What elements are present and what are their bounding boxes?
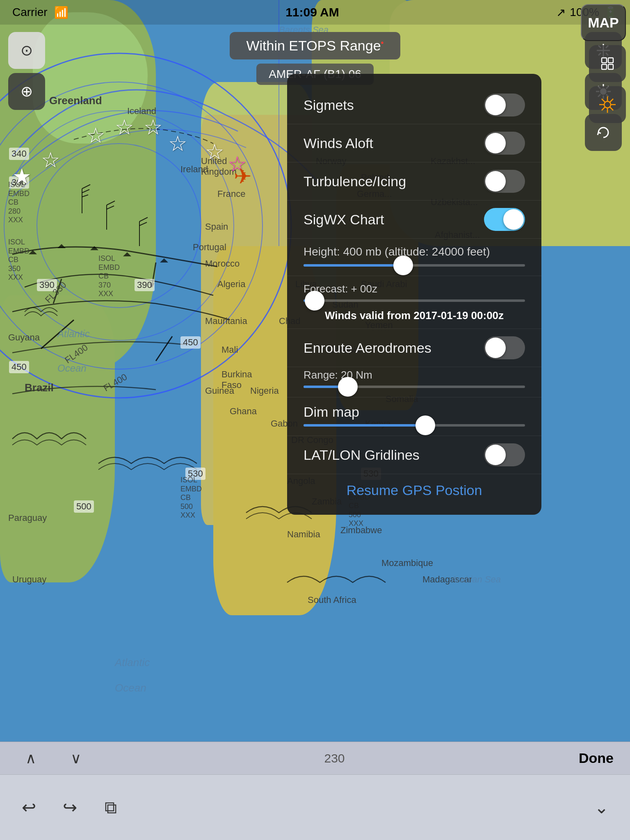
brazil-label: Brazil <box>25 381 54 394</box>
ocean-label-2: AtlanticOcean <box>115 656 150 694</box>
svg-rect-37 <box>602 64 607 69</box>
toolbar-chevron-icon[interactable]: ⌄ <box>585 791 618 824</box>
range-label: Range: 20 Nm <box>304 369 525 381</box>
isol-2: ISOLEMBDCB350XXX <box>8 238 30 282</box>
waypoint-star-filled: ★ <box>12 164 32 189</box>
namibia-label: Namibia <box>287 529 320 540</box>
status-bar: Carrier 📶 11:09 AM ↗ 100% 🔋 <box>0 0 630 25</box>
airplane-on-map: ✈ <box>234 164 252 189</box>
status-left: Carrier 📶 <box>12 6 68 19</box>
mali-label: Mali <box>221 345 238 355</box>
portugal-label: Portugal <box>193 242 226 253</box>
latlon-label: LAT/LON Gridlines <box>304 447 420 463</box>
winds-valid-text: Winds valid from 2017-01-19 00:00z <box>304 304 525 322</box>
etops-title: Within ETOPS Range <box>246 38 381 53</box>
bottom-navigation-bar: ∧ ∨ 230 Done <box>0 742 630 774</box>
paraguay-label: Paraguay <box>8 513 47 523</box>
algeria-label: Algeria <box>217 279 245 290</box>
height-slider-track[interactable] <box>304 264 525 267</box>
dim-map-section: Dim map <box>287 397 541 436</box>
forecast-section: Forecast: + 00z Winds valid from 2017-01… <box>287 276 541 329</box>
alt-450-2: 450 <box>180 336 201 349</box>
dashboard-button[interactable]: ⊙ <box>8 32 45 69</box>
svg-rect-36 <box>608 58 613 63</box>
guinea-label: Guinea <box>205 386 234 396</box>
france-label: France <box>217 189 245 199</box>
layer-settings-panel: Sigmets Winds Aloft Turbulence/Icing Sig… <box>287 74 541 515</box>
sigmets-row: Sigmets <box>287 86 541 124</box>
southafrica-label: South Africa <box>308 595 356 605</box>
sigwx-row: SigWX Chart <box>287 201 541 239</box>
sigwx-label: SigWX Chart <box>304 212 384 228</box>
turbulence-toggle[interactable] <box>484 170 525 193</box>
waypoint-star-5: ☆ <box>168 131 187 156</box>
alt-500: 500 <box>74 500 94 513</box>
svg-rect-35 <box>602 58 607 63</box>
isol-3: ISOLEMBDCB370XXX <box>98 254 120 299</box>
winds-aloft-toggle[interactable] <box>484 132 525 155</box>
alt-340: 340 <box>9 148 29 160</box>
mauritania-label: Mauritania <box>205 316 247 326</box>
uruguay-label: Uruguay <box>12 574 46 585</box>
greenland-label: Greenland <box>49 94 102 107</box>
turbulence-label: Turbulence/Icing <box>304 173 406 189</box>
winds-aloft-row: Winds Aloft <box>287 124 541 162</box>
alt-390-2: 390 <box>135 279 155 291</box>
etops-badge[interactable]: Within ETOPS Range• <box>230 32 400 59</box>
waypoint-star-1: ☆ <box>41 148 60 172</box>
enroute-range-section: Range: 20 Nm <box>287 369 541 397</box>
copy-button[interactable]: ⧉ <box>94 791 127 824</box>
location-arrow-icon: ↗ <box>556 6 566 19</box>
latlon-row: LAT/LON Gridlines <box>287 436 541 474</box>
range-slider-track[interactable] <box>304 386 525 388</box>
height-section: Height: 400 mb (altitude: 24000 feet) <box>287 239 541 276</box>
enroute-toggle[interactable] <box>484 336 525 359</box>
map-button[interactable]: MAP <box>581 4 626 41</box>
spain-label: Spain <box>205 221 228 232</box>
compass-button[interactable]: ⊕ <box>8 73 45 110</box>
enroute-label: Enroute Aerodromes <box>304 340 431 356</box>
ocean-label: AtlanticOcean <box>57 328 90 374</box>
mozambique-label: Mozambique <box>381 558 433 568</box>
nigeria-label: Nigeria <box>250 386 279 396</box>
ghana-label: Ghana <box>230 406 257 417</box>
sigmets-toggle[interactable] <box>484 94 525 116</box>
sigmets-label: Sigmets <box>304 97 354 113</box>
toolbar: ↩ ↪ ⧉ ⌄ <box>0 774 630 840</box>
scroll-down-button[interactable]: ∨ <box>62 746 90 771</box>
forecast-slider-track[interactable] <box>304 299 525 302</box>
sigwx-toggle[interactable] <box>484 208 525 231</box>
isol-4: ISOLEMBDCB500XXX <box>180 476 202 520</box>
map-button-container: MAP <box>581 4 626 41</box>
back-button[interactable]: ↩ <box>12 791 45 824</box>
done-button[interactable]: Done <box>579 750 614 766</box>
satellite-button[interactable] <box>589 86 626 123</box>
scroll-up-button[interactable]: ∧ <box>16 746 45 771</box>
waypoint-star-3: ☆ <box>115 115 134 139</box>
turbulence-row: Turbulence/Icing <box>287 162 541 201</box>
waypoint-star-6: ☆ <box>205 139 224 164</box>
resume-gps-button[interactable]: Resume GPS Postion <box>287 474 541 507</box>
time-display: 11:09 AM <box>285 5 339 19</box>
svg-marker-19 <box>160 258 168 262</box>
latlon-toggle[interactable] <box>484 443 525 466</box>
alt-450-1: 450 <box>9 361 29 373</box>
dim-map-slider-track[interactable] <box>304 424 525 427</box>
right-icon-buttons <box>589 45 626 123</box>
wifi-icon: 📶 <box>54 6 68 19</box>
ocean-label-3: Arabian Sea <box>451 574 501 585</box>
enroute-row: Enroute Aerodromes <box>287 329 541 367</box>
forward-button[interactable]: ↪ <box>53 791 86 824</box>
forecast-label: Forecast: + 00z <box>304 283 525 295</box>
svg-line-46 <box>610 99 613 102</box>
svg-rect-38 <box>608 64 613 69</box>
waypoint-star-2: ☆ <box>86 123 105 148</box>
height-label: Height: 400 mb (altitude: 24000 feet) <box>304 245 525 258</box>
svg-line-45 <box>610 107 613 110</box>
guyana-label: Guyana <box>8 332 40 343</box>
waypoint-star-4: ☆ <box>144 115 163 139</box>
layers-button[interactable] <box>589 45 626 82</box>
svg-point-39 <box>604 101 611 108</box>
carrier-text: Carrier <box>12 6 48 19</box>
winds-aloft-label: Winds Aloft <box>304 135 373 151</box>
